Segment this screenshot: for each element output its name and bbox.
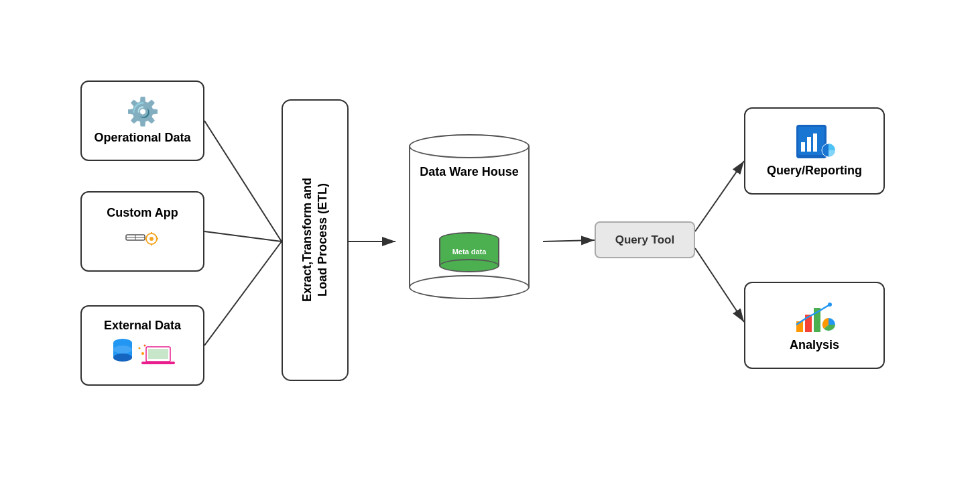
diagram: ⚙️ Operational Data Custom App External … xyxy=(0,0,980,485)
svg-point-36 xyxy=(828,303,832,307)
svg-rect-31 xyxy=(813,133,817,152)
etl-label: Exract,Transform andLoad Process (ETL) xyxy=(300,178,331,302)
svg-rect-22 xyxy=(148,349,168,359)
svg-line-4 xyxy=(543,240,595,241)
cylinder-top xyxy=(409,134,530,158)
meta-bottom xyxy=(439,259,499,272)
external-label: External Data xyxy=(104,318,181,333)
analysis-label: Analysis xyxy=(790,337,839,353)
svg-point-25 xyxy=(138,347,140,349)
meta-label: Meta data xyxy=(452,248,487,256)
external-icon xyxy=(82,333,203,370)
reporting-label: Query/Reporting xyxy=(767,163,862,178)
data-warehouse: Data Ware House Meta data xyxy=(395,134,543,329)
analysis-box: Analysis xyxy=(744,282,885,369)
svg-point-24 xyxy=(141,352,144,355)
svg-line-6 xyxy=(695,248,744,322)
svg-point-19 xyxy=(113,354,132,362)
query-tool-label: Query Tool xyxy=(615,233,674,247)
svg-point-20 xyxy=(113,345,132,354)
svg-line-1 xyxy=(204,231,282,241)
metadata-cylinder: Meta data xyxy=(439,232,499,272)
svg-point-26 xyxy=(143,345,145,347)
svg-rect-23 xyxy=(141,362,175,364)
operational-label: Operational Data xyxy=(94,130,190,146)
cylinder-bottom xyxy=(409,275,530,299)
cylinder-body: Data Ware House Meta data xyxy=(409,146,530,287)
external-data-box: External Data xyxy=(80,305,204,386)
operational-data-box: ⚙️ Operational Data xyxy=(80,80,204,161)
operational-icon: ⚙️ xyxy=(82,96,203,127)
svg-rect-29 xyxy=(801,142,805,152)
query-tool-box: Query Tool xyxy=(595,221,695,258)
svg-line-0 xyxy=(204,121,282,241)
reporting-box: Query/Reporting xyxy=(744,107,885,195)
custom-app-box: Custom App xyxy=(80,191,204,272)
reporting-icon xyxy=(745,123,883,160)
svg-rect-30 xyxy=(807,137,811,152)
analysis-icon xyxy=(745,298,883,335)
etl-box: Exract,Transform andLoad Process (ETL) xyxy=(282,99,349,381)
warehouse-label: Data Ware House xyxy=(409,165,530,179)
svg-line-2 xyxy=(204,241,282,345)
svg-point-12 xyxy=(149,237,154,241)
custom-app-label: Custom App xyxy=(107,205,178,221)
custom-app-icon xyxy=(82,221,203,255)
svg-line-5 xyxy=(695,161,744,231)
